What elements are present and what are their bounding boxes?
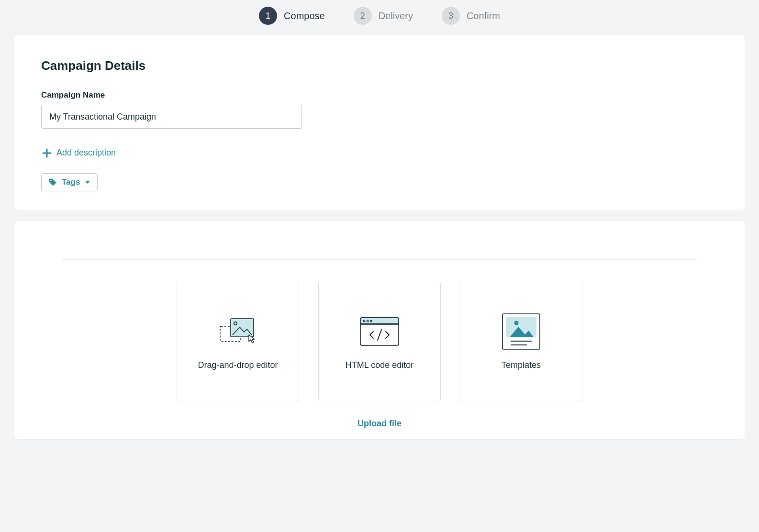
divider [62, 259, 697, 260]
step-confirm[interactable]: 3 Confirm [442, 7, 500, 25]
code-editor-icon [360, 313, 399, 350]
editor-selection-card: Drag-and-drop editor HTML code editor [14, 221, 745, 439]
drag-drop-icon [217, 313, 258, 350]
step-delivery[interactable]: 2 Delivery [354, 7, 413, 25]
tags-label: Tags [62, 177, 80, 187]
step-label: Compose [284, 11, 325, 22]
editor-option-label: Templates [502, 360, 541, 370]
step-label: Confirm [467, 11, 500, 22]
plus-icon [42, 148, 52, 158]
editor-option-html[interactable]: HTML code editor [318, 282, 441, 401]
tags-button[interactable]: Tags [41, 173, 98, 191]
svg-rect-6 [360, 323, 399, 324]
editor-options: Drag-and-drop editor HTML code editor [62, 282, 697, 401]
step-number: 2 [354, 7, 372, 25]
templates-icon [502, 313, 540, 350]
wizard-stepper: 1 Compose 2 Delivery 3 Confirm [0, 0, 759, 35]
step-label: Delivery [379, 11, 413, 22]
svg-point-12 [514, 321, 519, 325]
svg-rect-2 [231, 319, 254, 337]
add-description-button[interactable]: Add description [41, 146, 117, 160]
step-number: 1 [259, 7, 277, 25]
campaign-name-label: Campaign Name [41, 90, 718, 100]
campaign-details-card: Campaign Details Campaign Name Add descr… [14, 35, 745, 211]
editor-option-templates[interactable]: Templates [460, 282, 582, 401]
section-title: Campaign Details [41, 58, 718, 73]
campaign-name-input[interactable] [41, 105, 302, 129]
tag-icon [48, 178, 57, 187]
editor-option-label: HTML code editor [346, 360, 413, 370]
chevron-down-icon [85, 179, 90, 185]
step-compose[interactable]: 1 Compose [259, 7, 325, 25]
add-description-label: Add description [56, 148, 116, 158]
editor-option-drag-drop[interactable]: Drag-and-drop editor [177, 282, 299, 401]
upload-file-link[interactable]: Upload file [62, 419, 697, 439]
svg-point-0 [50, 180, 51, 181]
step-number: 3 [442, 7, 460, 25]
editor-option-label: Drag-and-drop editor [198, 360, 278, 370]
svg-rect-5 [360, 318, 399, 324]
